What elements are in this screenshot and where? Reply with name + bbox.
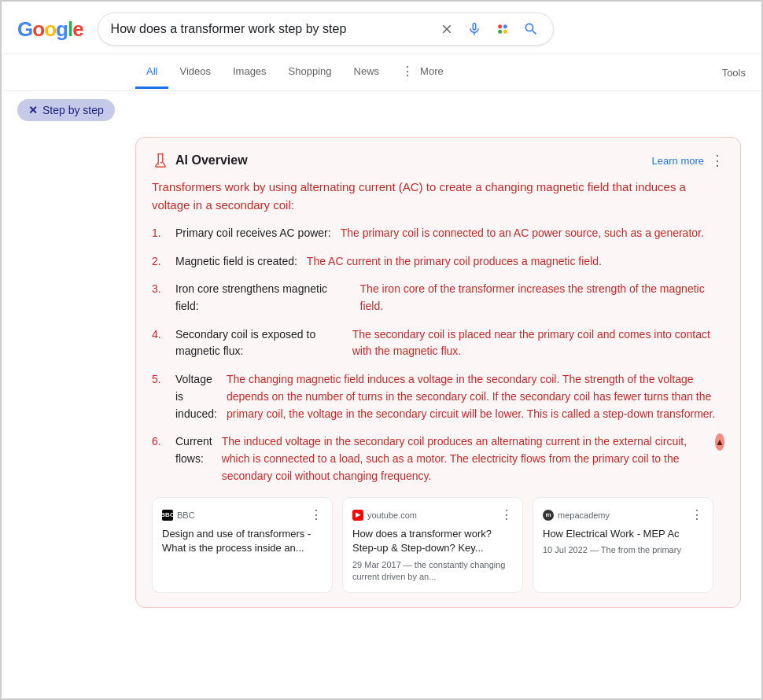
svg-point-1 (503, 24, 507, 28)
more-dots-icon: ⋮ (401, 64, 414, 79)
chip-remove-icon: ✕ (28, 104, 38, 116)
step-label: Current flows: (175, 433, 212, 484)
microphone-icon (466, 21, 482, 37)
ai-overview-title: AI Overview (152, 152, 248, 169)
search-bar (98, 13, 554, 46)
ai-steps-list: Primary coil receives AC power: The prim… (152, 225, 724, 484)
step-desc: The primary coil is connected to an AC p… (341, 225, 704, 242)
card-source: m mepacademy (543, 510, 610, 521)
learn-more-button[interactable]: Learn more (652, 155, 704, 167)
search-input[interactable] (111, 22, 432, 36)
svg-point-2 (498, 30, 502, 34)
card-menu-button[interactable]: ⋮ (500, 507, 513, 522)
nav-tabs: All Videos Images Shopping News ⋮ More T… (2, 54, 761, 91)
mep-favicon-icon: m (543, 510, 554, 521)
filter-area: ✕ Step by step (2, 91, 761, 129)
youtube-favicon-icon: ▶ (352, 510, 363, 521)
card-title: Design and use of transformers - What is… (162, 527, 323, 555)
card-source: BBC BBC (162, 510, 195, 521)
more-options-button[interactable]: ⋮ (710, 152, 724, 169)
card-date: 29 Mar 2017 — the constantly changing cu… (352, 559, 513, 584)
step-by-step-filter-chip[interactable]: ✕ Step by step (17, 99, 115, 121)
ai-intro-text: Transformers work by using alternating c… (152, 179, 724, 214)
bbc-favicon-icon: BBC (162, 510, 173, 521)
tab-images[interactable]: Images (222, 56, 278, 89)
list-item: Iron core strengthens magnetic field: Th… (152, 281, 724, 315)
tab-news[interactable]: News (343, 56, 391, 89)
svg-point-5 (160, 162, 162, 164)
card-date: 10 Jul 2022 — The from the primary (543, 544, 703, 556)
tab-shopping[interactable]: Shopping (278, 56, 343, 89)
step-label: Iron core strengthens magnetic field: (175, 281, 351, 315)
lens-search-button[interactable] (493, 20, 512, 39)
step-label: Magnetic field is created: (175, 253, 297, 271)
search-icon (523, 21, 539, 37)
source-name: youtube.com (367, 510, 417, 520)
step-desc: The secondary coil is placed near the pr… (352, 326, 724, 360)
card-top: BBC BBC ⋮ (162, 507, 323, 522)
svg-point-0 (498, 24, 502, 28)
card-title: How does a transformer work? Step-up & S… (352, 527, 513, 555)
tab-more[interactable]: ⋮ More (390, 54, 455, 90)
step-label: Voltage is induced: (175, 371, 217, 422)
card-top: m mepacademy ⋮ (543, 507, 703, 522)
step-label: Primary coil receives AC power: (175, 225, 331, 242)
list-item: Current flows: The induced voltage in th… (152, 433, 724, 484)
search-button[interactable] (522, 20, 540, 39)
card-menu-button[interactable]: ⋮ (310, 507, 323, 522)
clear-search-button[interactable] (438, 20, 455, 38)
source-name: mepacademy (558, 510, 610, 520)
collapse-button[interactable]: ▲ (715, 433, 724, 451)
list-item: Primary coil receives AC power: The prim… (152, 225, 724, 242)
step-desc: The induced voltage in the secondary coi… (222, 433, 702, 484)
card-menu-button[interactable]: ⋮ (691, 507, 703, 522)
header: Google (2, 2, 761, 54)
source-card-bbc[interactable]: BBC BBC ⋮ Design and use of transformers… (152, 497, 333, 593)
step-label: Secondary coil is exposed to magnetic fl… (175, 326, 343, 360)
list-item: Magnetic field is created: The AC curren… (152, 253, 724, 271)
ai-overview-actions: Learn more ⋮ (652, 152, 724, 169)
card-source: ▶ youtube.com (352, 510, 417, 521)
list-item: Secondary coil is exposed to magnetic fl… (152, 326, 724, 360)
source-cards: BBC BBC ⋮ Design and use of transformers… (152, 497, 724, 593)
tab-all[interactable]: All (135, 56, 168, 89)
main-content: AI Overview Learn more ⋮ Transformers wo… (2, 129, 761, 643)
tools-button[interactable]: Tools (722, 57, 746, 88)
ai-overview-header: AI Overview Learn more ⋮ (152, 152, 724, 169)
source-card-youtube[interactable]: ▶ youtube.com ⋮ How does a transformer w… (342, 497, 523, 593)
tab-videos[interactable]: Videos (168, 56, 222, 89)
ai-overview: AI Overview Learn more ⋮ Transformers wo… (135, 137, 741, 608)
source-name: BBC (177, 510, 195, 520)
ai-flask-icon (152, 152, 169, 169)
svg-point-4 (157, 164, 159, 165)
svg-point-3 (503, 30, 507, 34)
source-card-mep[interactable]: m mepacademy ⋮ How Electrical Work - MEP… (533, 497, 713, 593)
step-desc: The changing magnetic field induces a vo… (227, 371, 724, 422)
list-item: Voltage is induced: The changing magneti… (152, 371, 724, 422)
google-logo[interactable]: Google (17, 17, 83, 42)
card-title: How Electrical Work - MEP Ac (543, 527, 703, 541)
step-desc: The AC current in the primary coil produ… (307, 253, 602, 271)
close-icon (440, 22, 454, 36)
step-desc: The iron core of the transformer increas… (360, 281, 724, 315)
voice-search-button[interactable] (465, 20, 484, 39)
chip-label: Step by step (42, 104, 104, 116)
card-top: ▶ youtube.com ⋮ (352, 507, 513, 522)
camera-icon (495, 21, 511, 37)
